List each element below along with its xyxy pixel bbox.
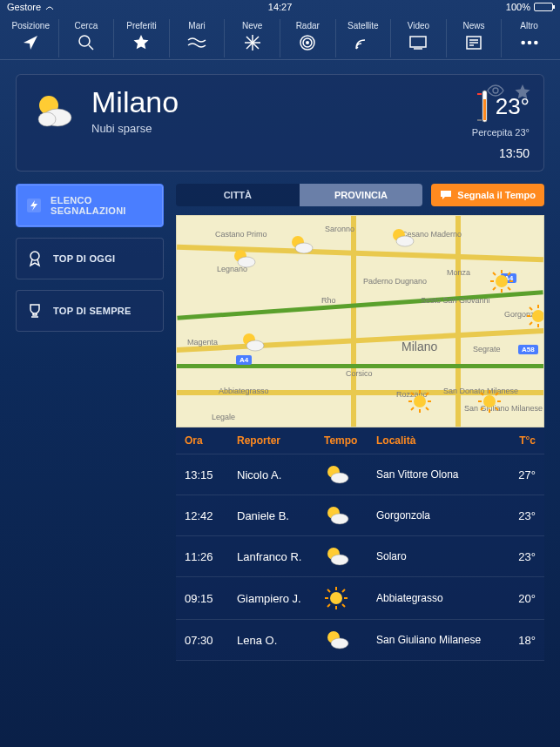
map-label: Corsico — [346, 369, 373, 378]
weather-icon — [30, 87, 79, 136]
city-title: Milano — [91, 87, 460, 117]
eye-icon[interactable] — [486, 84, 505, 101]
nav-label: Radar — [296, 21, 320, 30]
svg-point-21 — [38, 112, 56, 126]
col-tc: T°c — [501, 434, 536, 447]
map-label: Saronno — [325, 225, 354, 233]
svg-point-31 — [238, 257, 255, 267]
svg-point-53 — [246, 340, 264, 351]
table-row[interactable]: 12:42Daniele B.Gorgonzola23° — [176, 495, 544, 536]
cell-weather-icon — [324, 463, 376, 486]
map[interactable]: Milano Castano PrimoSaronnoCesano Madern… — [176, 215, 544, 427]
col-tempo: Tempo — [324, 434, 376, 447]
status-bar: Gestore 14:27 100% — [0, 0, 560, 14]
map-weather-icon — [389, 225, 415, 251]
content: CITTÀ PROVINCIA Segnala il Tempo Milano … — [176, 184, 544, 661]
more-icon — [520, 33, 539, 52]
table-row[interactable]: 13:15Nicolo A.San Vittore Olona27° — [176, 454, 544, 495]
sidebar-item-label: TOP DI OGGI — [53, 253, 115, 264]
nav-news[interactable]: News — [447, 19, 503, 57]
star-icon[interactable] — [514, 84, 531, 101]
svg-point-88 — [331, 638, 348, 649]
table-row[interactable]: 11:26Lanfranco R.Solaro23° — [176, 536, 544, 577]
table-row[interactable]: 07:30Lena O.San Giuliano Milanese18° — [176, 620, 544, 661]
svg-point-17 — [534, 41, 538, 45]
table-row[interactable]: 09:15Giampiero J.Abbiategrasso20° — [176, 577, 544, 620]
nav-label: Posizione — [12, 21, 50, 30]
nav-label: Satellite — [347, 21, 379, 30]
satellite-icon — [354, 33, 373, 52]
nav-label: Mari — [188, 21, 205, 30]
sidebar-item[interactable]: TOP DI SEMPRE — [16, 290, 164, 332]
svg-line-70 — [496, 393, 498, 395]
svg-point-16 — [527, 41, 531, 45]
svg-line-41 — [508, 273, 510, 275]
tab-citta[interactable]: CITTÀ — [176, 184, 300, 206]
cell-tc: 18° — [501, 634, 536, 647]
nav-video[interactable]: Video — [391, 19, 447, 57]
col-localita: Località — [376, 434, 501, 447]
nav-label: Video — [408, 21, 429, 30]
svg-line-59 — [411, 393, 414, 395]
cell-ora: 13:15 — [185, 468, 237, 481]
svg-point-8 — [306, 41, 309, 44]
svg-point-0 — [79, 36, 90, 46]
clock-label: 14:27 — [268, 2, 293, 12]
svg-point-43 — [532, 310, 544, 322]
radar-icon — [298, 33, 317, 52]
col-reporter: Reporter — [237, 434, 324, 447]
svg-line-85 — [342, 589, 345, 592]
nav-bar: PosizioneCercaPreferitiMariNeveRadarSate… — [0, 14, 560, 60]
map-label: Castano Primo — [215, 230, 267, 239]
snowflake-icon — [243, 33, 262, 52]
sidebar: ELENCO SEGNALAZIONITOP DI OGGITOP DI SEM… — [16, 184, 164, 661]
tab-provincia[interactable]: PROVINCIA — [300, 184, 423, 206]
cell-tc: 20° — [501, 592, 536, 605]
hero-card: Milano Nubi sparse 23° Percepita 23° 13:… — [16, 74, 544, 172]
map-label: Legale — [212, 413, 235, 421]
map-weather-icon — [231, 246, 257, 272]
svg-line-40 — [508, 287, 510, 290]
status-right: 100% — [506, 2, 553, 12]
nav-label: Preferiti — [126, 21, 156, 30]
cell-weather-icon — [324, 545, 376, 568]
nav-mari[interactable]: Mari — [170, 19, 226, 57]
svg-point-34 — [496, 275, 508, 287]
sidebar-item[interactable]: TOP DI OGGI — [16, 238, 164, 279]
nav-altro[interactable]: Altro — [502, 19, 557, 57]
cell-ora: 09:15 — [185, 592, 237, 605]
cell-reporter: Nicolo A. — [237, 468, 324, 481]
sidebar-item-label: ELENCO SEGNALAZIONI — [51, 195, 154, 216]
nav-neve[interactable]: Neve — [225, 19, 280, 57]
waves-icon — [187, 33, 206, 52]
svg-line-48 — [530, 307, 532, 310]
report-button[interactable]: Segnala il Tempo — [431, 184, 544, 206]
sidebar-item[interactable]: ELENCO SEGNALAZIONI — [16, 184, 164, 227]
svg-line-84 — [342, 604, 345, 607]
svg-point-29 — [295, 243, 313, 253]
svg-point-78 — [330, 592, 342, 604]
nav-radar[interactable]: Radar — [280, 19, 336, 57]
svg-rect-9 — [410, 37, 426, 47]
cell-ora: 07:30 — [185, 634, 237, 647]
svg-line-39 — [493, 273, 496, 275]
map-label: Monza — [447, 268, 470, 277]
chat-icon — [440, 190, 452, 200]
svg-point-15 — [521, 41, 525, 45]
battery-pct: 100% — [506, 2, 530, 12]
nav-cerca[interactable]: Cerca — [59, 19, 115, 57]
nav-preferiti[interactable]: Preferiti — [114, 19, 170, 57]
bolt-icon — [25, 196, 42, 215]
svg-point-75 — [331, 514, 348, 524]
cell-localita: Gorgonzola — [376, 509, 501, 522]
nav-posizione[interactable]: Posizione — [3, 19, 59, 57]
svg-point-63 — [483, 395, 496, 407]
svg-line-83 — [327, 589, 330, 592]
report-button-label: Segnala il Tempo — [457, 190, 536, 200]
nav-satellite[interactable]: Satellite — [336, 19, 392, 57]
svg-line-71 — [481, 407, 483, 410]
trophy-icon — [25, 301, 44, 320]
map-weather-icon — [476, 388, 503, 414]
map-label: Segrate — [473, 345, 501, 353]
map-weather-icon — [489, 268, 515, 294]
